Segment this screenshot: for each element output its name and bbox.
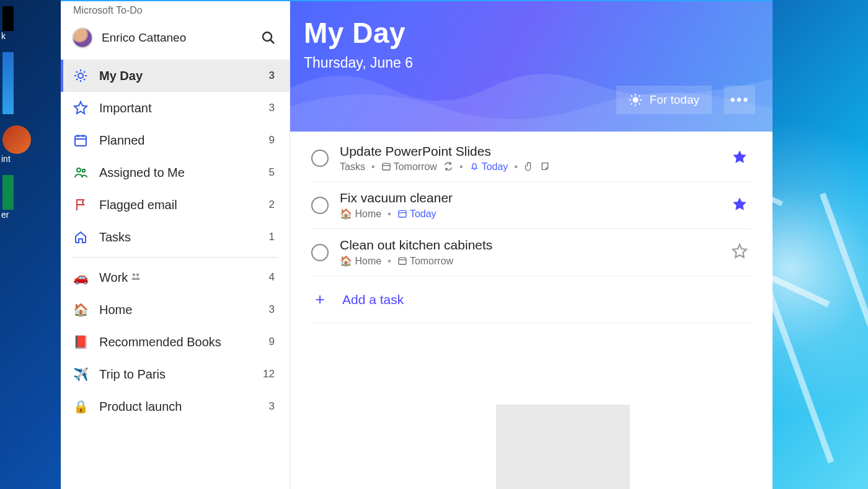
sidebar-item-flagged-email[interactable]: Flagged email2 — [61, 189, 290, 221]
svg-point-15 — [77, 168, 81, 172]
sun-icon — [72, 68, 89, 83]
more-button[interactable]: ••• — [724, 86, 755, 114]
svg-rect-37 — [399, 258, 406, 264]
sidebar-item-label: Flagged email — [99, 198, 259, 212]
list-emoji-icon: 📕 — [72, 334, 89, 349]
app-title: Microsoft To-Do — [61, 1, 290, 16]
sidebar-list-recommended-books[interactable]: 📕Recommended Books9 — [61, 326, 290, 358]
sidebar-item-label: Assigned to Me — [99, 166, 259, 180]
list-emoji-icon: ✈️ — [72, 367, 89, 382]
search-icon — [261, 30, 276, 45]
svg-point-18 — [136, 273, 140, 276]
add-task-label: Add a task — [342, 292, 404, 307]
task-title: Fix vacuum cleaner — [340, 191, 720, 205]
profile-name: Enrico Cattaneo — [102, 31, 250, 45]
ellipsis-icon: ••• — [730, 91, 749, 109]
sidebar-item-count: 2 — [269, 199, 275, 211]
task-star[interactable] — [732, 243, 751, 262]
task-title: Update PowerPoint Slides — [340, 144, 720, 159]
task-list-name: Tasks — [340, 161, 365, 173]
sidebar-item-label: Planned — [99, 133, 259, 148]
desktop-icon-label: k — [1, 31, 61, 41]
sidebar-item-count: 3 — [269, 303, 275, 316]
plus-icon: + — [311, 290, 329, 309]
sidebar-item-assigned-to-me[interactable]: Assigned to Me5 — [61, 156, 290, 189]
task-list-name: 🏠 Home — [340, 255, 381, 267]
task-row[interactable]: Fix vacuum cleaner🏠 Home• Today — [311, 182, 751, 229]
sidebar-item-label: Home — [99, 303, 259, 317]
list-emoji-icon: 🔒 — [72, 399, 89, 414]
svg-line-10 — [84, 71, 85, 73]
smart-lists: My Day3Important3Planned9Assigned to Me5… — [61, 60, 290, 253]
task-star[interactable] — [732, 196, 751, 215]
flag-icon — [72, 197, 89, 212]
svg-rect-32 — [383, 163, 390, 170]
lightbulb-icon — [629, 93, 642, 107]
task-due: Tomorrow — [381, 161, 437, 173]
note-icon — [540, 161, 550, 173]
task-checkbox[interactable] — [311, 244, 329, 261]
task-list: Update PowerPoint SlidesTasks• Tomorrow … — [290, 132, 773, 323]
sidebar-list-home[interactable]: 🏠Home3 — [61, 294, 290, 326]
svg-line-7 — [76, 71, 78, 73]
sidebar-item-important[interactable]: Important3 — [61, 92, 290, 124]
task-checkbox[interactable] — [311, 150, 329, 167]
desktop-icon-label: er — [1, 210, 61, 220]
svg-line-1 — [270, 40, 274, 43]
sidebar-item-planned[interactable]: Planned9 — [61, 124, 290, 156]
desktop-icons-column: k int er — [0, 0, 61, 489]
task-reminder: Today — [469, 161, 508, 173]
profile-row[interactable]: Enrico Cattaneo — [61, 16, 290, 60]
sidebar-item-label: Recommended Books — [99, 335, 259, 349]
svg-point-0 — [263, 32, 272, 41]
task-star[interactable] — [732, 149, 751, 168]
hero-header: My Day Thursday, June 6 For today ••• — [290, 1, 773, 132]
for-today-label: For today — [650, 93, 699, 107]
svg-rect-35 — [399, 210, 406, 217]
sidebar: Microsoft To-Do Enrico Cattaneo My Day3I… — [61, 1, 290, 489]
list-emoji-icon: 🚗 — [72, 270, 89, 285]
sidebar-item-count: 9 — [269, 134, 275, 146]
sidebar-list-product-launch[interactable]: 🔒Product launch3 — [61, 390, 290, 423]
svg-line-9 — [76, 79, 78, 80]
home-icon — [72, 230, 89, 244]
attachment-icon — [524, 161, 534, 173]
sidebar-item-count: 9 — [269, 336, 275, 348]
svg-line-29 — [639, 104, 640, 105]
task-title: Clean out kitchen cabinets — [340, 238, 720, 253]
sidebar-list-trip-to-paris[interactable]: ✈️Trip to Paris12 — [61, 358, 290, 390]
task-row[interactable]: Clean out kitchen cabinets🏠 Home• Tomorr… — [311, 229, 751, 276]
svg-line-8 — [84, 79, 85, 80]
sidebar-item-count: 4 — [269, 271, 275, 284]
sidebar-item-label: Tasks — [99, 230, 259, 244]
task-row[interactable]: Update PowerPoint SlidesTasks• Tomorrow … — [311, 135, 751, 182]
task-checkbox[interactable] — [311, 197, 329, 214]
sidebar-item-count: 5 — [269, 166, 275, 179]
sidebar-list-work[interactable]: 🚗Work4 — [61, 261, 290, 294]
list-emoji-icon: 🏠 — [72, 302, 89, 317]
search-button[interactable] — [259, 28, 278, 48]
shared-icon — [130, 271, 141, 284]
cal-icon — [72, 133, 89, 148]
user-lists: 🚗Work4🏠Home3📕Recommended Books9✈️Trip to… — [61, 261, 290, 423]
svg-rect-11 — [75, 136, 86, 146]
repeat-icon — [443, 161, 453, 173]
add-task-button[interactable]: +Add a task — [311, 276, 751, 323]
sidebar-item-my-day[interactable]: My Day3 — [61, 60, 290, 92]
sidebar-item-label: My Day — [99, 69, 259, 83]
svg-point-16 — [82, 169, 85, 172]
task-list-name: 🏠 Home — [340, 208, 381, 220]
sidebar-item-label: Work — [99, 271, 259, 285]
sidebar-item-label: Trip to Paris — [99, 367, 253, 382]
sidebar-item-label: Important — [99, 101, 259, 115]
app-window: Microsoft To-Do Enrico Cattaneo My Day3I… — [61, 0, 773, 489]
sidebar-item-label: Product launch — [99, 400, 259, 414]
for-today-button[interactable]: For today — [616, 86, 712, 114]
svg-point-2 — [78, 73, 83, 78]
svg-line-31 — [639, 96, 640, 97]
svg-point-17 — [133, 273, 136, 276]
task-due: Tomorrow — [397, 256, 453, 267]
assign-icon — [72, 165, 89, 180]
desktop-icon-label: int — [1, 154, 61, 164]
sidebar-item-tasks[interactable]: Tasks1 — [61, 221, 290, 253]
